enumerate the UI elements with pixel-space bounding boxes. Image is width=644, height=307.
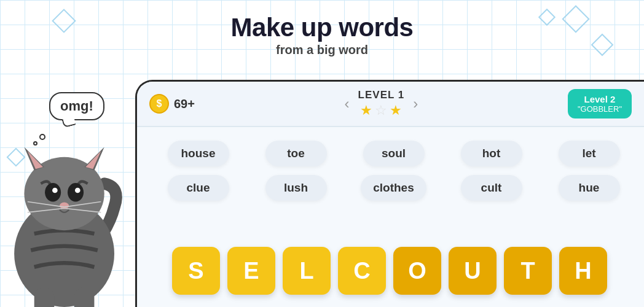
word-pill-hue[interactable]: hue bbox=[559, 175, 620, 201]
star-2: ☆ bbox=[375, 103, 387, 119]
svg-point-11 bbox=[75, 188, 80, 193]
letter-tile-H[interactable]: H bbox=[559, 247, 607, 295]
svg-point-8 bbox=[45, 183, 61, 201]
coin-count: 69+ bbox=[174, 97, 195, 111]
star-3: ★ bbox=[390, 103, 402, 119]
thought-bubble-2 bbox=[33, 141, 37, 146]
letter-tile-S[interactable]: S bbox=[172, 247, 220, 295]
panel-topbar: $ 69+ ‹ LEVEL 1 ★ ☆ ★ › Level bbox=[137, 82, 644, 127]
next-level-name: "GOBBLER" bbox=[578, 104, 622, 114]
word-pill-let[interactable]: let bbox=[559, 141, 620, 166]
word-pill-cult[interactable]: cult bbox=[461, 175, 522, 201]
stars-row: ★ ☆ ★ bbox=[358, 103, 405, 119]
star-1: ★ bbox=[360, 103, 372, 119]
word-pill-toe[interactable]: toe bbox=[265, 141, 327, 166]
level-info: LEVEL 1 ★ ☆ ★ bbox=[358, 89, 405, 119]
svg-point-12 bbox=[60, 203, 69, 209]
word-pill-clothes[interactable]: clothes bbox=[361, 175, 426, 201]
nav-left-arrow[interactable]: ‹ bbox=[345, 95, 350, 112]
letter-tile-T[interactable]: T bbox=[504, 247, 552, 295]
thought-bubble-1 bbox=[39, 134, 45, 140]
coin-area: $ 69+ bbox=[149, 94, 195, 114]
letter-tile-C[interactable]: C bbox=[338, 247, 386, 295]
letter-tile-U[interactable]: U bbox=[449, 247, 497, 295]
word-pill-soul[interactable]: soul bbox=[363, 141, 425, 166]
svg-rect-18 bbox=[74, 287, 95, 307]
letter-tile-L[interactable]: L bbox=[283, 247, 331, 295]
cat-container: omg! bbox=[0, 61, 154, 307]
svg-rect-17 bbox=[34, 287, 55, 307]
speech-text: omg! bbox=[60, 98, 93, 114]
svg-text:$: $ bbox=[157, 98, 162, 109]
words-grid: housetoesoulhotletcluelushclothesculthue bbox=[137, 127, 644, 207]
word-pill-hot[interactable]: hot bbox=[461, 141, 522, 166]
level-area: ‹ LEVEL 1 ★ ☆ ★ › bbox=[345, 89, 418, 119]
word-pill-house[interactable]: house bbox=[168, 141, 229, 166]
next-level-label: Level 2 bbox=[578, 94, 622, 104]
svg-point-10 bbox=[52, 188, 58, 193]
page-title: Make up words bbox=[0, 14, 644, 42]
nav-right-arrow[interactable]: › bbox=[413, 95, 418, 112]
letter-row: SELCOUTH bbox=[135, 247, 644, 295]
word-pill-clue[interactable]: clue bbox=[168, 175, 229, 201]
page-subtitle: from a big word bbox=[0, 43, 644, 57]
next-level-badge[interactable]: Level 2 "GOBBLER" bbox=[568, 89, 632, 119]
svg-point-9 bbox=[68, 183, 84, 201]
letter-tile-O[interactable]: O bbox=[393, 247, 441, 295]
level-label: LEVEL 1 bbox=[358, 89, 405, 101]
word-pill-lush[interactable]: lush bbox=[265, 175, 327, 201]
header: Make up words from a big word bbox=[0, 0, 644, 62]
speech-bubble: omg! bbox=[49, 92, 104, 120]
letter-tile-E[interactable]: E bbox=[227, 247, 275, 295]
